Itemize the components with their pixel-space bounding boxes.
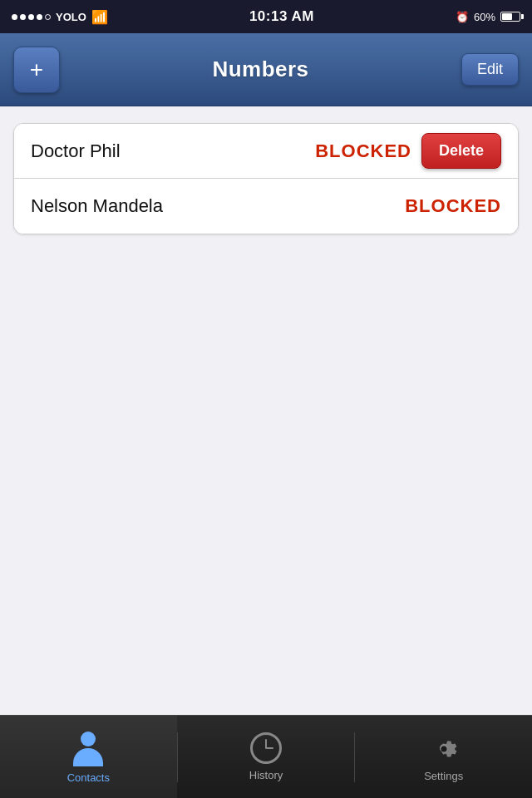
wifi-icon: 📶	[91, 9, 108, 25]
svg-point-0	[441, 746, 446, 752]
carrier-label: YOLO	[56, 11, 86, 23]
battery-icon	[500, 12, 520, 22]
signal-dots	[12, 14, 51, 20]
blocked-label: BLOCKED	[315, 140, 411, 162]
tab-contacts[interactable]: Contacts	[0, 716, 177, 798]
tab-settings[interactable]: Settings	[355, 716, 532, 798]
contact-name: Doctor Phil	[31, 140, 121, 162]
delete-button[interactable]: Delete	[421, 133, 501, 169]
settings-icon	[427, 732, 461, 765]
item-right-area: BLOCKED	[405, 195, 501, 217]
contacts-icon	[71, 730, 105, 766]
battery-fill	[502, 13, 512, 20]
tab-settings-label: Settings	[424, 770, 463, 782]
tab-contacts-label: Contacts	[67, 771, 110, 784]
signal-dot-2	[20, 14, 26, 20]
alarm-icon: ⏰	[456, 11, 469, 23]
person-head-icon	[81, 732, 96, 746]
history-icon	[250, 732, 282, 764]
signal-dot-4	[37, 14, 42, 20]
status-bar: YOLO 📶 10:13 AM ⏰ 60%	[0, 0, 532, 33]
status-time: 10:13 AM	[249, 8, 314, 25]
gear-svg	[428, 732, 460, 764]
nav-bar: + Numbers Edit	[0, 33, 532, 106]
signal-dot-1	[12, 14, 17, 20]
status-left: YOLO 📶	[12, 9, 108, 25]
tab-history[interactable]: History	[178, 716, 355, 798]
blocked-label: BLOCKED	[405, 195, 501, 217]
main-content: Doctor Phil BLOCKED Delete Nelson Mandel…	[0, 106, 532, 715]
list-item: Doctor Phil BLOCKED Delete	[14, 124, 518, 179]
signal-dot-5	[45, 14, 51, 20]
list-item: Nelson Mandela BLOCKED	[14, 179, 518, 234]
signal-dot-3	[28, 14, 34, 20]
item-right-area: BLOCKED Delete	[315, 133, 501, 169]
battery-body	[500, 12, 520, 22]
page-title: Numbers	[212, 57, 308, 82]
numbers-list: Doctor Phil BLOCKED Delete Nelson Mandel…	[13, 123, 519, 234]
contact-name: Nelson Mandela	[31, 195, 163, 217]
add-button[interactable]: +	[13, 47, 60, 93]
tab-history-label: History	[249, 769, 283, 781]
person-body-icon	[73, 748, 103, 766]
edit-button[interactable]: Edit	[461, 53, 519, 86]
status-right: ⏰ 60%	[456, 11, 520, 23]
tab-bar: Contacts History Settings	[0, 715, 532, 798]
add-icon: +	[30, 57, 43, 83]
battery-percent: 60%	[474, 11, 495, 23]
